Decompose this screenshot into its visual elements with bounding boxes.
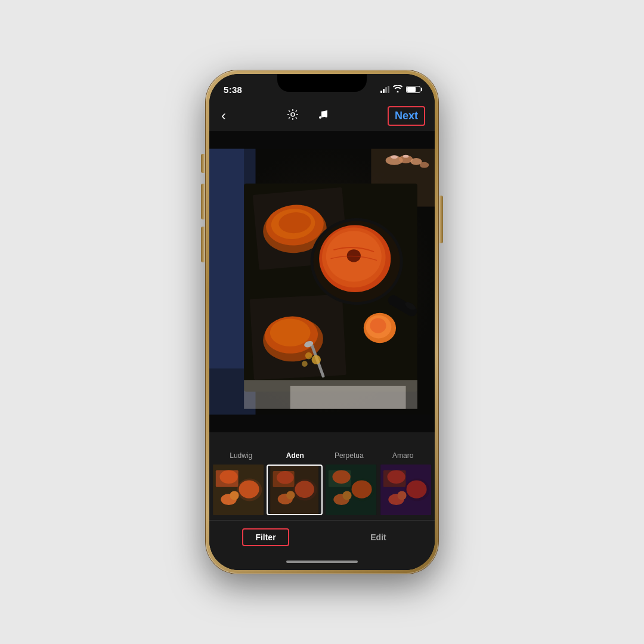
- filter-thumb-ludwig[interactable]: [212, 465, 265, 515]
- mute-button[interactable]: [201, 154, 205, 173]
- notch: [277, 74, 367, 92]
- filter-section: Ludwig Aden Perpetua Amaro: [209, 444, 435, 520]
- power-button[interactable]: [439, 196, 443, 243]
- filter-thumb-aden[interactable]: [267, 465, 322, 515]
- top-navigation: ‹ Next: [209, 100, 435, 131]
- svg-rect-54: [270, 466, 318, 514]
- filter-label-perpetua: Perpetua: [324, 451, 374, 460]
- food-image: [209, 131, 435, 432]
- filter-label-row: Ludwig Aden Perpetua Amaro: [209, 451, 435, 460]
- svg-point-0: [291, 113, 295, 116]
- battery-icon: [406, 86, 420, 93]
- status-time: 5:38: [224, 85, 242, 95]
- filter-spacer: [209, 432, 435, 444]
- tab-edit[interactable]: Edit: [322, 521, 435, 553]
- svg-point-36: [312, 355, 321, 365]
- nav-center-icons: [286, 108, 329, 124]
- edit-tab-label: Edit: [370, 532, 386, 542]
- svg-rect-62: [326, 465, 376, 515]
- volume-up-button[interactable]: [201, 184, 205, 219]
- wifi-icon: [393, 85, 402, 94]
- filter-tab-label: Filter: [255, 532, 275, 542]
- filter-thumb-amaro[interactable]: [379, 465, 432, 515]
- next-button[interactable]: Next: [388, 106, 425, 126]
- home-indicator: [209, 553, 435, 570]
- svg-rect-35: [290, 386, 406, 409]
- music-icon[interactable]: [316, 108, 329, 124]
- bottom-tabs: Filter Edit: [209, 520, 435, 553]
- svg-point-20: [270, 319, 311, 347]
- screen-content: 5:38: [209, 74, 435, 570]
- enhance-icon[interactable]: [286, 108, 299, 124]
- filter-thumb-perpetua[interactable]: [324, 465, 377, 515]
- home-bar: [286, 561, 358, 563]
- svg-point-8: [420, 162, 429, 168]
- filter-tab-border: Filter: [242, 528, 289, 546]
- svg-rect-3: [209, 149, 244, 369]
- filter-thumbnail-row: [209, 465, 435, 515]
- svg-point-37: [305, 352, 312, 360]
- svg-point-38: [302, 361, 308, 367]
- filter-label-aden: Aden: [270, 451, 320, 460]
- volume-down-button[interactable]: [201, 227, 205, 262]
- status-icons: [380, 85, 420, 94]
- svg-rect-46: [213, 465, 264, 515]
- svg-point-10: [403, 155, 409, 158]
- battery-fill: [407, 87, 416, 92]
- svg-rect-70: [380, 465, 431, 515]
- signal-icon: [380, 86, 389, 93]
- phone-frame: 5:38: [206, 70, 438, 574]
- filter-label-amaro: Amaro: [377, 451, 428, 460]
- tab-filter[interactable]: Filter: [209, 521, 322, 553]
- filter-label-ludwig: Ludwig: [216, 451, 267, 460]
- back-button[interactable]: ‹: [219, 105, 228, 126]
- main-image-area: [209, 131, 435, 432]
- svg-point-33: [370, 318, 386, 333]
- phone-screen: 5:38: [209, 74, 435, 570]
- svg-point-9: [391, 155, 398, 159]
